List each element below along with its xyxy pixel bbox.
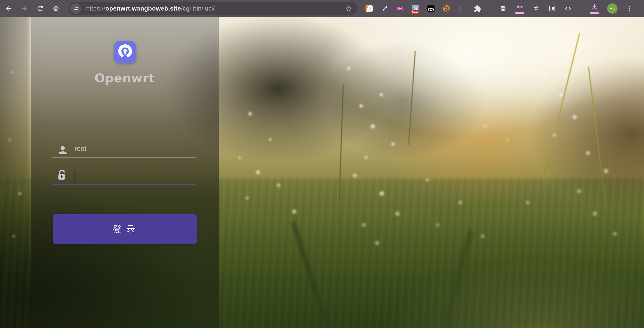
video-extension-icon[interactable]	[396, 5, 404, 12]
s-extension-icon[interactable]: S New	[412, 5, 419, 12]
copy-pages-extension-icon[interactable]	[458, 5, 466, 12]
person-icon	[57, 144, 68, 155]
cookie-extension-icon[interactable]	[443, 5, 450, 12]
login-glass-panel: Openwrt 登 录	[31, 17, 219, 328]
starred-sparkle-icon[interactable]	[532, 5, 540, 12]
password-key-active-bar	[515, 12, 524, 14]
browser-toolbar: https://openwrt.wangboweb.site/cgi-bin/l…	[0, 0, 644, 17]
password-underline-focused	[52, 185, 196, 185]
profile-avatar[interactable]: Bo	[607, 3, 618, 14]
oo-extension-icon[interactable]	[428, 5, 434, 12]
nav-button-cluster	[4, 0, 60, 17]
unlock-icon	[57, 169, 68, 181]
text-caret	[75, 170, 75, 181]
bookmark-star-icon[interactable]	[345, 5, 352, 12]
incognito-icon[interactable]	[499, 5, 507, 12]
login-button[interactable]: 登 录	[53, 214, 197, 244]
url-text[interactable]: https://openwrt.wangboweb.site/cgi-bin/l…	[86, 5, 345, 12]
toolbar-divider	[490, 5, 490, 12]
download-active-bar	[590, 12, 599, 14]
password-key-icon[interactable]	[516, 3, 523, 11]
home-icon[interactable]	[52, 5, 60, 12]
site-settings-icon[interactable]	[70, 3, 81, 14]
password-input[interactable]	[74, 170, 196, 181]
password-key-wrap[interactable]	[515, 3, 524, 14]
toolbar-right-cluster: S New	[366, 0, 634, 17]
extensions-puzzle-icon[interactable]	[474, 5, 481, 12]
username-underline	[52, 157, 196, 157]
url-host: openwrt.wangboweb.site	[106, 5, 181, 12]
downloads-wrap[interactable]	[590, 3, 599, 14]
forward-icon[interactable]	[20, 5, 28, 12]
reading-list-icon[interactable]	[548, 5, 556, 12]
url-path: /cgi-bin/luci/	[181, 5, 215, 12]
eyedropper-extension-icon[interactable]	[381, 5, 388, 12]
reload-icon[interactable]	[36, 5, 44, 12]
brand-name: Openwrt	[31, 71, 219, 85]
menu-dots-icon[interactable]	[626, 5, 634, 12]
back-icon[interactable]	[4, 5, 12, 12]
avatar-label: Bo	[610, 6, 615, 11]
login-page: Openwrt 登 录	[0, 17, 644, 328]
address-bar[interactable]: https://openwrt.wangboweb.site/cgi-bin/l…	[69, 2, 358, 15]
ruler-extension-icon[interactable]	[366, 5, 373, 12]
toolbar-divider	[580, 5, 581, 12]
url-scheme: https://	[86, 5, 106, 12]
dew-bokeh-lights	[0, 17, 0, 17]
username-input[interactable]	[74, 143, 196, 154]
new-badge: New	[410, 10, 419, 14]
download-icon[interactable]	[591, 3, 598, 11]
code-brackets-icon[interactable]	[564, 5, 572, 12]
openwrt-logo	[114, 41, 136, 63]
